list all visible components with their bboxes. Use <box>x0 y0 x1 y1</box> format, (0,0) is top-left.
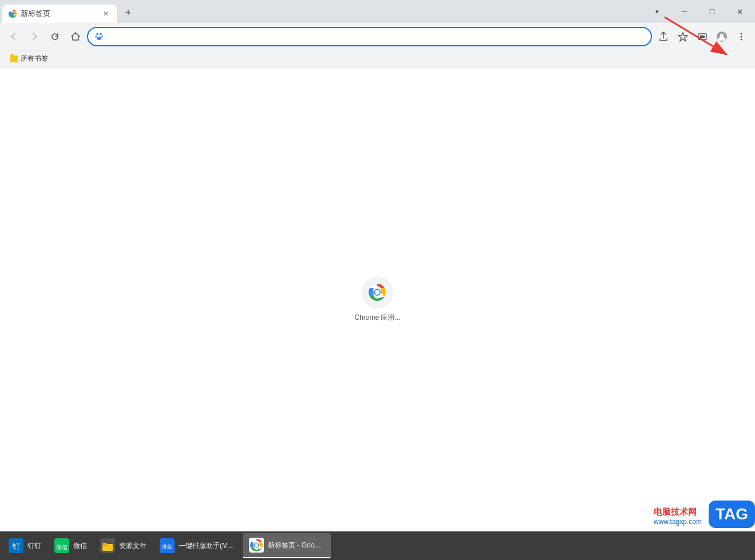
home-icon <box>70 31 81 42</box>
taskbar-item-dingtalk[interactable]: 钉 钉钉 <box>2 533 47 558</box>
toolbar <box>0 23 755 50</box>
watermark: 电脑技术网 www.tagxp.com TAG <box>649 501 755 528</box>
back-icon <box>9 31 19 42</box>
svg-point-5 <box>101 35 103 37</box>
close-button[interactable] <box>726 2 753 21</box>
chrome-app-shortcut[interactable]: Chrome 应用... <box>354 276 400 323</box>
watermark-url: www.tagxp.com <box>654 518 702 526</box>
svg-point-20 <box>375 290 380 295</box>
window-dropdown-button[interactable]: ▾ <box>644 2 670 21</box>
tab-strip: 新标签页 ✕ + <box>0 0 642 23</box>
window-controls: ▾ <box>642 0 755 23</box>
taskbar-assistant-label: 一键排版助手(MyE... <box>179 541 236 551</box>
share-icon <box>658 31 669 42</box>
back-button[interactable] <box>5 27 23 46</box>
files-icon <box>100 538 116 554</box>
svg-text:排版: 排版 <box>162 544 172 550</box>
bookmark-button[interactable] <box>674 27 692 46</box>
tab-close-button[interactable]: ✕ <box>101 9 111 19</box>
folder-icon <box>10 55 18 62</box>
page-content: Chrome 应用... <box>0 67 755 531</box>
taskbar: 钉 钉钉 微信 微信 资源文件 排版 <box>0 531 755 560</box>
watermark-site-name: 电脑技术网 <box>654 507 702 518</box>
toolbar-actions <box>654 27 750 46</box>
maximize-icon <box>710 7 714 16</box>
svg-point-13 <box>741 35 742 37</box>
bookmarks-bar-wrapper: 所有书签 <box>0 50 755 67</box>
new-tab-button[interactable]: + <box>120 5 136 21</box>
address-bar[interactable] <box>87 27 652 46</box>
svg-marker-7 <box>678 33 687 41</box>
svg-text:钉: 钉 <box>11 542 20 551</box>
bookmarks-folder-item[interactable]: 所有书签 <box>6 51 53 66</box>
forward-button[interactable] <box>25 27 44 46</box>
svg-point-2 <box>96 33 98 35</box>
svg-point-34 <box>255 543 258 547</box>
home-button[interactable] <box>66 27 85 46</box>
minimize-button[interactable] <box>671 2 698 21</box>
profile-button[interactable] <box>713 27 731 46</box>
title-bar: 新标签页 ✕ + ▾ <box>0 0 755 23</box>
svg-point-14 <box>741 38 742 40</box>
chrome-taskbar-icon <box>248 537 264 553</box>
chrome-app-label: Chrome 应用... <box>354 313 400 323</box>
taskbar-item-assistant[interactable]: 排版 一键排版助手(MyE... <box>153 533 242 558</box>
watermark-tag-badge: TAG <box>709 501 755 528</box>
cast-button[interactable] <box>693 27 711 46</box>
bookmark-folder-label: 所有书签 <box>21 54 48 63</box>
taskbar-item-chrome[interactable]: 新标签页 - Googl... <box>243 533 331 558</box>
reload-icon <box>50 31 60 42</box>
taskbar-wechat-label: 微信 <box>73 541 87 551</box>
more-menu-icon <box>736 31 746 42</box>
taskbar-chrome-label: 新标签页 - Googl... <box>268 541 325 550</box>
menu-button[interactable] <box>732 27 750 46</box>
address-favicon-icon <box>94 31 104 42</box>
svg-rect-27 <box>102 543 107 546</box>
svg-point-12 <box>741 33 742 34</box>
chrome-app-icon-circle <box>361 276 393 308</box>
taskbar-dingtalk-label: 钉钉 <box>27 541 41 551</box>
cast-icon <box>697 31 707 42</box>
taskbar-item-wechat[interactable]: 微信 微信 <box>48 533 93 558</box>
svg-point-6 <box>97 37 101 40</box>
taskbar-item-files[interactable]: 资源文件 <box>94 533 152 558</box>
forward-icon <box>29 31 39 42</box>
maximize-button[interactable] <box>699 2 725 21</box>
tab-title: 新标签页 <box>21 9 97 19</box>
watermark-text-block: 电脑技术网 www.tagxp.com <box>649 505 706 528</box>
bookmark-icon <box>678 31 688 42</box>
active-tab[interactable]: 新标签页 ✕ <box>2 5 117 23</box>
address-input[interactable] <box>108 32 645 41</box>
svg-point-4 <box>95 35 97 37</box>
svg-text:微信: 微信 <box>56 544 68 550</box>
assistant-icon: 排版 <box>159 538 175 554</box>
reload-button[interactable] <box>46 27 64 46</box>
profile-icon <box>716 31 728 42</box>
tab-favicon-icon <box>8 9 17 18</box>
bookmarks-bar: 所有书签 <box>0 50 755 67</box>
svg-point-3 <box>100 33 102 35</box>
dingtalk-icon: 钉 <box>8 538 24 554</box>
minimize-icon <box>682 7 687 15</box>
taskbar-files-label: 资源文件 <box>119 541 147 551</box>
chrome-logo-icon <box>368 283 386 301</box>
close-icon <box>737 7 743 16</box>
wechat-icon: 微信 <box>54 538 70 554</box>
share-button[interactable] <box>654 27 673 46</box>
svg-rect-9 <box>700 35 705 38</box>
